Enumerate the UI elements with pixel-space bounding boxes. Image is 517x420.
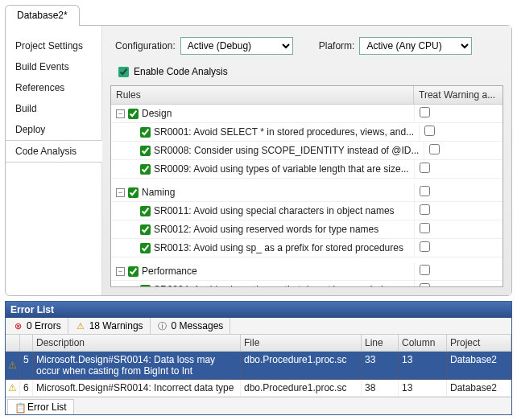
- group-label: Performance: [142, 266, 197, 277]
- rule-label: SR0011: Avoid using special characters i…: [154, 205, 395, 216]
- treat-warning-checkbox[interactable]: [420, 107, 430, 117]
- treat-warning-checkbox[interactable]: [420, 204, 430, 215]
- sidebar: Project Settings Build Events References…: [6, 26, 102, 295]
- error-list-title: Error List: [6, 302, 511, 318]
- info-icon: ⓘ: [157, 320, 168, 331]
- sidebar-item-deploy[interactable]: Deploy: [6, 119, 101, 140]
- error-list-tab[interactable]: 📋 Error List: [7, 399, 74, 414]
- rule-checkbox[interactable]: [140, 127, 151, 138]
- enable-code-analysis-checkbox[interactable]: [118, 67, 129, 77]
- error-list-panel: Error List ⊗0 Errors ⚠18 Warnings ⓘ0 Mes…: [5, 301, 512, 415]
- group-checkbox[interactable]: [128, 109, 139, 119]
- settings-panel: Project Settings Build Events References…: [5, 25, 512, 296]
- sidebar-item-build[interactable]: Build: [6, 98, 101, 119]
- rule-checkbox[interactable]: [140, 243, 151, 253]
- errors-filter-button[interactable]: ⊗0 Errors: [6, 318, 68, 334]
- warning-icon: ⚠: [75, 320, 86, 331]
- group-checkbox[interactable]: [128, 187, 139, 198]
- rule-label: SR0008: Consider using SCOPE_IDENTITY in…: [154, 145, 419, 156]
- warnings-count-label: 18 Warnings: [89, 320, 143, 331]
- errors-count-label: 0 Errors: [27, 320, 61, 331]
- rule-checkbox[interactable]: [140, 224, 151, 235]
- error-list-icon: 📋: [14, 402, 24, 412]
- content-area: Configuration: Active (Debug) Plaform: A…: [102, 26, 511, 295]
- treat-warning-checkbox[interactable]: [420, 283, 430, 286]
- warning-icon: ⚠: [8, 360, 17, 371]
- configuration-label: Configuration:: [115, 40, 176, 51]
- messages-filter-button[interactable]: ⓘ0 Messages: [151, 318, 231, 334]
- rule-label: SR0009: Avoid using types of variable le…: [154, 163, 409, 175]
- row-file: dbo.Procedure1.proc.sc: [241, 380, 362, 397]
- col-description[interactable]: Description: [33, 335, 241, 352]
- error-list-header: Description File Line Column Project: [6, 335, 511, 352]
- rules-grid: Rules Treat Warning a... −Design SR0001:…: [110, 85, 503, 287]
- treat-warning-checkbox[interactable]: [420, 186, 430, 196]
- messages-count-label: 0 Messages: [172, 320, 224, 331]
- rule-label: SR0012: Avoid using reserved words for t…: [154, 224, 378, 235]
- collapse-icon[interactable]: −: [116, 188, 125, 197]
- col-column[interactable]: Column: [399, 335, 447, 352]
- rule-checkbox[interactable]: [140, 206, 151, 216]
- error-list-row[interactable]: ⚠ 5 Microsoft.Design#SR0014: Data loss m…: [6, 352, 511, 380]
- error-icon: ⊗: [12, 320, 23, 331]
- enable-code-analysis-label: Enable Code Analysis: [134, 66, 228, 77]
- error-list-tab-label: Error List: [27, 401, 67, 413]
- row-project: Database2: [447, 352, 511, 380]
- platform-label: Plaform:: [319, 40, 355, 51]
- rule-checkbox[interactable]: [140, 164, 151, 175]
- warnings-filter-button[interactable]: ⚠18 Warnings: [68, 318, 151, 334]
- row-project: Database2: [447, 380, 511, 397]
- collapse-icon[interactable]: −: [116, 267, 125, 276]
- col-file[interactable]: File: [241, 335, 362, 352]
- rules-column-header[interactable]: Rules: [111, 86, 414, 104]
- sidebar-item-references[interactable]: References: [6, 77, 101, 98]
- platform-select[interactable]: Active (Any CPU): [359, 37, 472, 55]
- row-column: 13: [399, 380, 447, 397]
- row-file: dbo.Procedure1.proc.sc: [241, 352, 362, 380]
- treat-warning-checkbox[interactable]: [420, 223, 430, 233]
- treat-warning-checkbox[interactable]: [420, 241, 430, 252]
- rules-body: −Design SR0001: Avoid SELECT * in stored…: [111, 105, 503, 286]
- row-column: 13: [399, 352, 447, 380]
- treat-warning-column-header[interactable]: Treat Warning a...: [414, 86, 503, 104]
- rule-checkbox[interactable]: [140, 285, 151, 287]
- rule-checkbox[interactable]: [140, 146, 151, 156]
- treat-warning-checkbox[interactable]: [429, 144, 440, 154]
- group-label: Naming: [142, 187, 175, 198]
- group-checkbox[interactable]: [128, 266, 139, 277]
- sidebar-item-build-events[interactable]: Build Events: [6, 56, 101, 77]
- row-description: Microsoft.Design#SR0014: Incorrect data …: [33, 380, 241, 397]
- collapse-icon[interactable]: −: [116, 109, 125, 118]
- group-label: Design: [142, 108, 172, 119]
- warning-icon: ⚠: [8, 382, 17, 393]
- sidebar-item-project-settings[interactable]: Project Settings: [6, 35, 101, 56]
- treat-warning-checkbox[interactable]: [420, 265, 430, 275]
- tab-database[interactable]: Database2*: [5, 5, 80, 26]
- rule-label: SR0013: Avoid using sp_ as a prefix for …: [154, 242, 403, 253]
- rule-label: SR0001: Avoid SELECT * in stored procedu…: [154, 126, 414, 138]
- treat-warning-checkbox[interactable]: [420, 163, 430, 173]
- treat-warning-checkbox[interactable]: [424, 126, 435, 136]
- col-project[interactable]: Project: [447, 335, 511, 352]
- col-line[interactable]: Line: [362, 335, 399, 352]
- rule-label: SR0004: Avoid using columns that do not …: [154, 284, 401, 286]
- row-number: 5: [20, 352, 33, 380]
- row-number: 6: [20, 380, 33, 397]
- row-line: 38: [362, 380, 399, 397]
- row-description: Microsoft.Design#SR0014: Data loss may o…: [33, 352, 241, 380]
- row-line: 33: [362, 352, 399, 380]
- sidebar-item-code-analysis[interactable]: Code Analysis: [6, 140, 101, 163]
- configuration-select[interactable]: Active (Debug): [180, 37, 293, 55]
- error-list-row[interactable]: ⚠ 6 Microsoft.Design#SR0014: Incorrect d…: [6, 380, 511, 397]
